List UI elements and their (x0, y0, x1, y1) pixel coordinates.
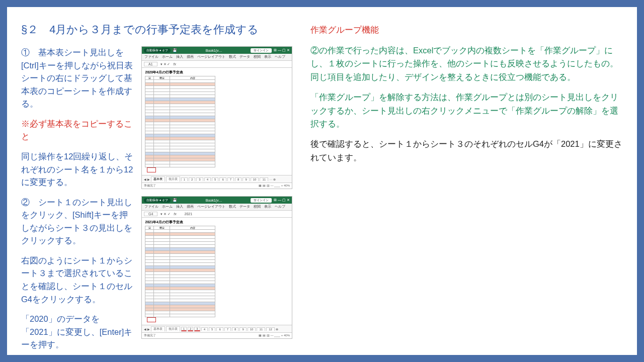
year-highlight-2 (147, 317, 156, 322)
excel-screenshot-2: 自動保存 ● オフ 💾 Book1(v… サインイン ⊞ — ▢ ✕ ファイルホ… (141, 196, 292, 339)
warning: ※必ず基本表をコピーすること (21, 118, 134, 143)
explain-1: ②の作業で行った内容は、Excelでブック内の複数シートを「作業グループ」にし、… (310, 44, 623, 83)
ribbon: ファイルホーム挿入描画ページレイアウト数式データ校閲表示ヘルプ (142, 54, 292, 61)
page-title: §２ 4月から３月までの行事予定表を作成する (21, 22, 295, 37)
feature-title: 作業グループ機能 (310, 24, 623, 36)
explain-3: 後で確認すると、シート１からシート３のそれぞれのセルG4が「2021」に変更され… (310, 137, 623, 164)
step-2b: 右図のようにシート１からシート３まで選択されていることを確認し、シート１のセルG… (21, 254, 134, 306)
sheet-tabs-1: ◀ ▶ 基本表 祝日表 1234567891011…⊕ (142, 175, 292, 183)
step-2c: 「2020」のデータを「2021」に変更し、[Enter]キーを押す。 (21, 313, 134, 351)
explain-2: 「作業グループ」を解除する方法は、作業グループとは別のシート見出しをクリックする… (310, 90, 623, 130)
excel-screenshot-1: 自動保存 ● オフ 💾 Book1(v… サインイン ⊞ — ▢ ✕ ファイルホ… (141, 46, 292, 189)
step-1b: 同じ操作を12回繰り返し、それぞれのシート名を１から12に変更する。 (21, 150, 134, 189)
step-2: ② シート１のシート見出しをクリック、[Shift]キーを押しながらシート３の見… (21, 196, 134, 247)
step-1: ① 基本表シート見出しを[Ctrl]キーを押しながら祝日表シートの右にドラッグし… (21, 46, 134, 111)
year-highlight (147, 167, 156, 172)
sheet-tabs-2: ◀ ▶ 基本表 祝日表 123456789101112⊕ (142, 325, 292, 332)
